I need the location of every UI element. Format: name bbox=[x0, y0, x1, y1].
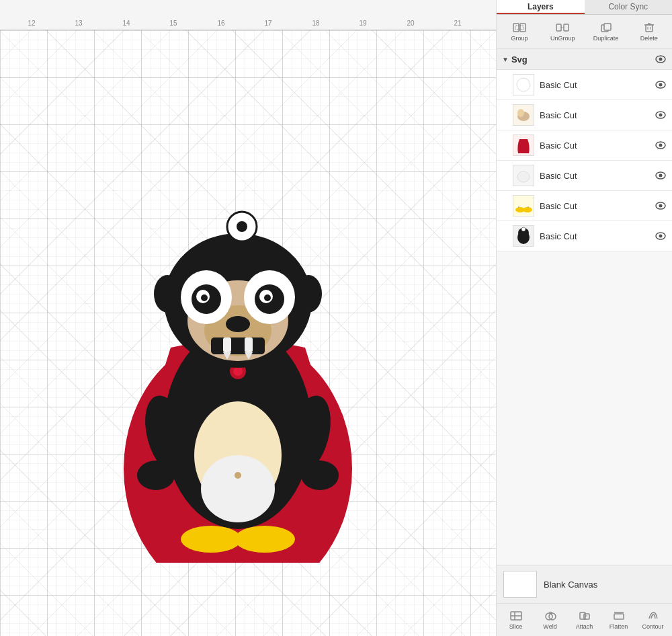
svg-rect-20 bbox=[245, 337, 253, 352]
canvas-area[interactable]: 12 13 14 15 16 17 18 19 20 21 bbox=[0, 0, 496, 636]
canvas-grid[interactable] bbox=[0, 30, 496, 636]
weld-icon bbox=[543, 610, 558, 622]
delete-icon bbox=[642, 22, 657, 34]
bottom-toolbar: Slice Weld bbox=[497, 604, 672, 636]
group-button[interactable]: Group bbox=[499, 19, 540, 44]
svg-rect-44 bbox=[646, 25, 653, 32]
layer-thumbnail bbox=[513, 225, 534, 247]
svg-group-header[interactable]: ▼ Svg bbox=[497, 49, 672, 70]
layer-visibility-toggle[interactable] bbox=[655, 139, 667, 151]
ungroup-button[interactable]: UnGroup bbox=[542, 19, 583, 44]
ruler-mark: 21 bbox=[454, 19, 461, 27]
blank-canvas-label: Blank Canvas bbox=[544, 580, 597, 590]
layer-thumbnail bbox=[513, 195, 534, 216]
layer-label: Basic Cut bbox=[540, 80, 655, 90]
contour-button[interactable]: Contour bbox=[636, 606, 669, 633]
svg-point-68 bbox=[659, 204, 663, 208]
duplicate-icon bbox=[599, 22, 614, 34]
blank-canvas-thumbnail bbox=[503, 571, 537, 598]
svg-point-73 bbox=[659, 235, 663, 238]
svg-rect-18 bbox=[211, 337, 265, 354]
toolbar-row: Group UnGroup Duplicate bbox=[497, 15, 672, 49]
blank-canvas-row[interactable]: Blank Canvas bbox=[497, 565, 672, 604]
layer-visibility-toggle[interactable] bbox=[655, 169, 667, 182]
group-icon bbox=[512, 22, 527, 34]
svg-rect-19 bbox=[223, 337, 231, 352]
svg-rect-39 bbox=[556, 24, 561, 31]
right-panel: Layers Color Sync Group bbox=[496, 0, 672, 636]
svg-point-35 bbox=[295, 275, 322, 313]
layers-list[interactable]: ▼ Svg Basic Cut bbox=[497, 49, 672, 565]
svg-point-71 bbox=[521, 227, 526, 231]
layer-item[interactable]: Basic Cut bbox=[497, 70, 672, 100]
svg-point-51 bbox=[517, 78, 530, 91]
ruler-mark: 19 bbox=[359, 19, 366, 27]
ruler-mark: 17 bbox=[264, 19, 271, 27]
svg-point-17 bbox=[226, 316, 250, 332]
character-illustration bbox=[97, 146, 379, 563]
ruler-mark: 20 bbox=[407, 19, 414, 27]
layer-label: Basic Cut bbox=[540, 231, 655, 241]
ruler-mark: 16 bbox=[217, 19, 224, 27]
layer-item[interactable]: Basic Cut bbox=[497, 130, 672, 161]
slice-button[interactable]: Slice bbox=[499, 606, 532, 633]
svg-rect-37 bbox=[520, 24, 526, 32]
attach-button[interactable]: Attach bbox=[568, 606, 601, 633]
svg-rect-80 bbox=[584, 614, 589, 619]
weld-button[interactable]: Weld bbox=[534, 606, 566, 633]
svg-rect-38 bbox=[515, 26, 523, 30]
svg-point-7 bbox=[137, 461, 175, 490]
layer-thumbnail bbox=[513, 134, 534, 156]
svg-point-62 bbox=[659, 174, 663, 177]
svg-point-8 bbox=[301, 461, 339, 490]
svg-point-4 bbox=[235, 472, 241, 479]
delete-button[interactable]: Delete bbox=[629, 19, 669, 44]
layer-thumbnail bbox=[513, 74, 534, 95]
flatten-button[interactable]: Flatten bbox=[602, 606, 635, 633]
svg-point-60 bbox=[517, 171, 530, 182]
layer-thumbnail bbox=[513, 165, 534, 186]
layer-item[interactable]: Basic Cut bbox=[497, 161, 672, 191]
ruler-mark: 14 bbox=[122, 19, 130, 27]
ungroup-icon bbox=[555, 22, 570, 34]
ruler-top: 12 13 14 15 16 17 18 19 20 21 bbox=[0, 0, 496, 30]
svg-rect-82 bbox=[614, 614, 624, 619]
collapse-arrow-icon: ▼ bbox=[502, 56, 509, 63]
svg-point-30 bbox=[264, 294, 271, 301]
ruler-mark: 15 bbox=[169, 19, 177, 27]
svg-point-59 bbox=[659, 144, 663, 147]
layer-item[interactable]: Basic Cut bbox=[497, 100, 672, 130]
svg-point-64 bbox=[523, 207, 532, 212]
ruler-mark: 13 bbox=[75, 19, 82, 27]
svg-point-55 bbox=[517, 109, 524, 117]
layer-label: Basic Cut bbox=[540, 201, 655, 211]
layer-item[interactable]: Basic Cut bbox=[497, 221, 672, 251]
slice-icon bbox=[509, 610, 523, 622]
layer-label: Basic Cut bbox=[540, 141, 655, 151]
duplicate-button[interactable]: Duplicate bbox=[586, 19, 626, 44]
ruler-mark: 12 bbox=[28, 19, 35, 27]
layer-visibility-toggle[interactable] bbox=[655, 200, 667, 212]
layer-visibility-toggle[interactable] bbox=[655, 230, 667, 242]
svg-point-33 bbox=[237, 221, 247, 232]
layer-item[interactable]: Basic Cut bbox=[497, 191, 672, 221]
flatten-icon bbox=[612, 610, 626, 622]
svg-point-50 bbox=[659, 58, 663, 61]
layer-label: Basic Cut bbox=[540, 171, 655, 181]
layer-visibility-toggle[interactable] bbox=[655, 79, 667, 91]
svg-point-57 bbox=[659, 114, 663, 117]
svg-point-29 bbox=[201, 294, 208, 301]
ruler-mark: 18 bbox=[312, 19, 319, 27]
svg-point-3 bbox=[201, 455, 275, 522]
svg-point-53 bbox=[659, 83, 663, 87]
svg-point-13 bbox=[233, 366, 243, 376]
svg-visibility-toggle[interactable] bbox=[655, 53, 667, 65]
layer-thumbnail bbox=[513, 104, 534, 126]
attach-icon bbox=[577, 610, 592, 622]
tab-layers[interactable]: Layers bbox=[497, 0, 585, 14]
layer-visibility-toggle[interactable] bbox=[655, 109, 667, 121]
tab-color-sync[interactable]: Color Sync bbox=[585, 0, 673, 14]
svg-rect-43 bbox=[604, 24, 611, 30]
contour-icon bbox=[646, 610, 661, 622]
svg-point-34 bbox=[154, 275, 181, 313]
